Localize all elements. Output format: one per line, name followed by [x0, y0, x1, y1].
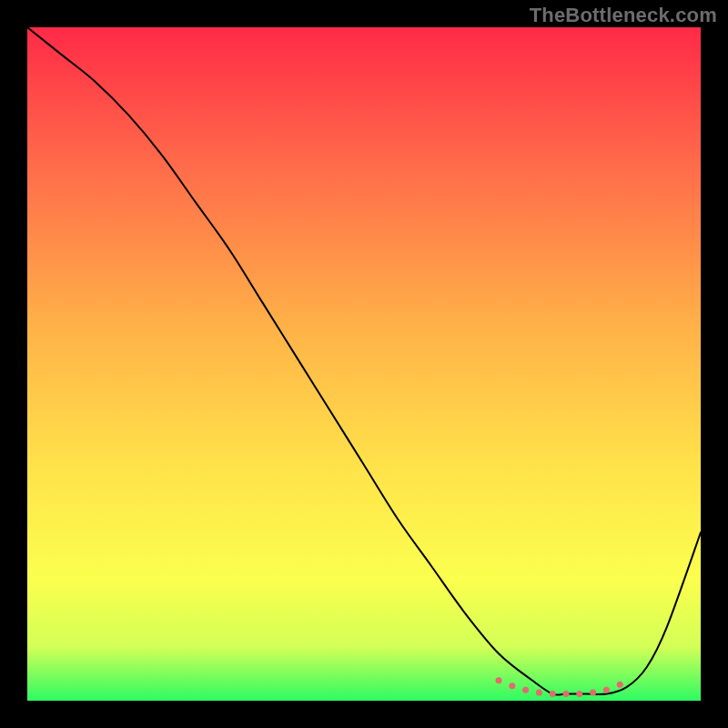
optimal-marker [550, 691, 556, 697]
optimal-marker [576, 691, 582, 697]
watermark-text: TheBottleneck.com [530, 4, 717, 27]
chart-frame: TheBottleneck.com [0, 0, 728, 728]
optimal-marker [617, 682, 623, 688]
optimal-marker [509, 682, 515, 689]
optimal-marker [603, 687, 610, 693]
optimal-marker [522, 687, 529, 693]
bottleneck-chart [27, 27, 701, 701]
optimal-marker [590, 690, 596, 696]
optimal-marker [536, 690, 542, 696]
optimal-marker [563, 691, 570, 697]
optimal-marker [496, 677, 502, 683]
gradient-background [27, 27, 701, 701]
